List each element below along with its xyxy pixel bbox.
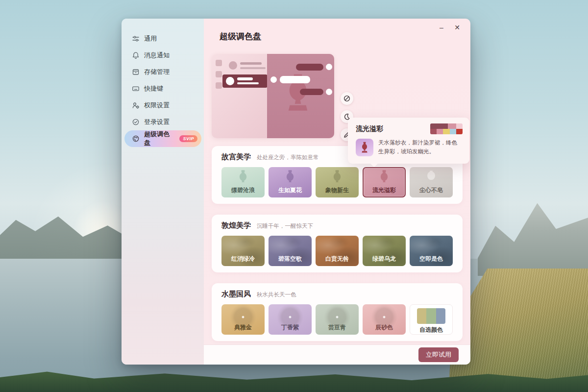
palette-cell	[456, 129, 463, 134]
preview-text-line	[237, 82, 259, 84]
vase-icon	[377, 170, 392, 186]
preview-avatar	[229, 61, 237, 70]
strip-cell	[436, 308, 445, 324]
theme-swatch[interactable]: 绿碧乌龙	[363, 236, 406, 266]
theme-swatch[interactable]: 芸豆青	[316, 304, 359, 335]
preview-avatar	[326, 89, 332, 95]
theme-swatch[interactable]: 辰砂色	[363, 304, 406, 335]
svip-badge: SVIP	[179, 135, 197, 142]
keyboard-icon	[132, 85, 140, 93]
sidebar-item-label: 超级调色盘	[144, 130, 175, 147]
preview-bubble-dark	[296, 64, 323, 71]
preview-bubble-dark	[300, 89, 323, 95]
sidebar-item-label: 存储管理	[144, 68, 170, 76]
palette-cell	[430, 129, 437, 134]
vase-icon	[330, 170, 344, 186]
sidebar-item-super-palette[interactable]: 超级调色盘 SVIP	[124, 130, 201, 147]
sidebar-item-notifications[interactable]: 消息通知	[124, 47, 201, 64]
swatch-label: 空即是色	[410, 255, 453, 263]
section-title: 敦煌美学	[221, 221, 251, 230]
theme-swatch[interactable]: 空即是色	[410, 236, 453, 266]
theme-swatch[interactable]: 生如夏花	[269, 167, 312, 197]
tooltip-header: 流光溢彩	[356, 123, 463, 134]
section-shuimo: 水墨国风 秋水共长天一色 典雅金 丁香紫 芸豆青 辰砂色	[212, 283, 463, 341]
vase-icon	[360, 142, 369, 153]
palette-content: 流光溢彩	[204, 47, 470, 345]
settings-sidebar: 通用 消息通知 存储管理 快捷键 权限设置 登录设置 超级调色盘 SVIP	[122, 19, 204, 365]
theme-swatch[interactable]: 丁香紫	[269, 304, 312, 335]
preview-text-line	[237, 77, 253, 80]
palette-row-top	[430, 123, 463, 129]
tooltip-palette	[430, 123, 463, 134]
close-button[interactable]: ✕	[451, 22, 464, 33]
swatch-row: 典雅金 丁香紫 芸豆青 辰砂色	[221, 304, 453, 335]
preview-avatar	[226, 77, 234, 85]
tooltip-description: 天水落纱衣，新汁染罗裙，绛色生异彩，琥珀发幽光。	[378, 139, 463, 156]
theme-tooltip: 流光溢彩	[348, 118, 469, 164]
palette-cell	[456, 123, 463, 129]
jar-icon	[424, 170, 439, 186]
sidebar-item-storage[interactable]: 存储管理	[124, 64, 201, 80]
settings-main-pane: – ✕ 超级调色盘	[204, 19, 470, 365]
theme-swatch[interactable]: 白贲无咎	[316, 236, 359, 266]
theme-swatch-selected[interactable]: 流光溢彩	[363, 167, 406, 197]
custom-color-strip	[417, 308, 445, 324]
no-style-button[interactable]	[341, 92, 353, 105]
sidebar-item-label: 消息通知	[144, 51, 170, 60]
preview-bubble-light	[280, 76, 310, 83]
bell-icon	[132, 51, 140, 59]
theme-preview	[212, 54, 334, 138]
swatch-label: 缥碧沧浪	[221, 186, 265, 195]
preview-avatar	[326, 64, 332, 70]
section-title: 水墨国风	[221, 290, 251, 299]
swatch-custom-color[interactable]: 自选颜色	[410, 304, 453, 335]
preview-nav-square	[216, 71, 222, 77]
try-now-button[interactable]: 立即试用	[418, 347, 459, 362]
vase-icon	[236, 170, 250, 186]
sidebar-item-permissions[interactable]: 权限设置	[124, 97, 201, 114]
swatch-label: 尘心不皂	[410, 186, 453, 195]
preview-chat-panel	[267, 54, 334, 138]
theme-swatch[interactable]: 象物新生	[316, 167, 359, 197]
swatch-label: 流光溢彩	[363, 186, 406, 195]
preview-text-line	[240, 67, 266, 69]
section-subtitle: 沉睡千年，一醒惊天下	[257, 222, 313, 230]
palette-cell	[443, 129, 449, 134]
swatch-label: 红消绿冷	[221, 255, 265, 263]
preview-selected-chat	[222, 74, 268, 88]
sidebar-item-label: 通用	[144, 34, 157, 43]
tooltip-body: 天水落纱衣，新汁染罗裙，绛色生异彩，琥珀发幽光。	[356, 139, 463, 156]
storage-icon	[132, 68, 140, 76]
page-header: 超级调色盘	[204, 19, 470, 47]
theme-swatch[interactable]: 缥碧沧浪	[221, 167, 265, 197]
swatch-label: 辰砂色	[363, 323, 406, 332]
sidebar-item-general[interactable]: 通用	[124, 30, 201, 47]
section-dunhuang: 敦煌美学 沉睡千年，一醒惊天下 红消绿冷 碧落空歌 白贲无咎 绿碧乌龙	[212, 215, 463, 272]
section-title: 故宫美学	[221, 152, 251, 162]
swatch-row: 红消绿冷 碧落空歌 白贲无咎 绿碧乌龙 空即是色	[221, 236, 453, 266]
theme-swatch[interactable]: 红消绿冷	[221, 236, 265, 266]
sidebar-item-shortcuts[interactable]: 快捷键	[124, 80, 201, 97]
person-gear-icon	[132, 101, 140, 109]
theme-swatch[interactable]: 碧落空歌	[269, 236, 312, 266]
strip-cell	[417, 308, 426, 324]
circle-slash-icon	[343, 95, 350, 102]
section-subtitle: 秋水共长天一色	[257, 291, 296, 298]
palette-cell	[448, 123, 456, 129]
tooltip-title: 流光溢彩	[356, 124, 383, 133]
check-circle-icon	[132, 118, 140, 126]
tooltip-thumbnail	[356, 139, 373, 156]
section-header: 水墨国风 秋水共长天一色	[221, 290, 453, 299]
swatch-label: 丁香紫	[269, 323, 312, 332]
section-subtitle: 处处座之旁，率陈如意常	[257, 154, 319, 161]
theme-swatch[interactable]: 典雅金	[221, 304, 265, 335]
sidebar-item-login[interactable]: 登录设置	[124, 114, 201, 130]
settings-window: 通用 消息通知 存储管理 快捷键 权限设置 登录设置 超级调色盘 SVIP	[122, 19, 470, 365]
swatch-label: 象物新生	[316, 186, 359, 195]
sidebar-item-label: 快捷键	[144, 84, 163, 93]
theme-swatch[interactable]: 尘心不皂	[410, 167, 453, 197]
swatch-label: 芸豆青	[316, 323, 359, 332]
minimize-button[interactable]: –	[435, 22, 448, 33]
preview-text-line	[240, 62, 262, 65]
strip-cell	[426, 308, 436, 324]
